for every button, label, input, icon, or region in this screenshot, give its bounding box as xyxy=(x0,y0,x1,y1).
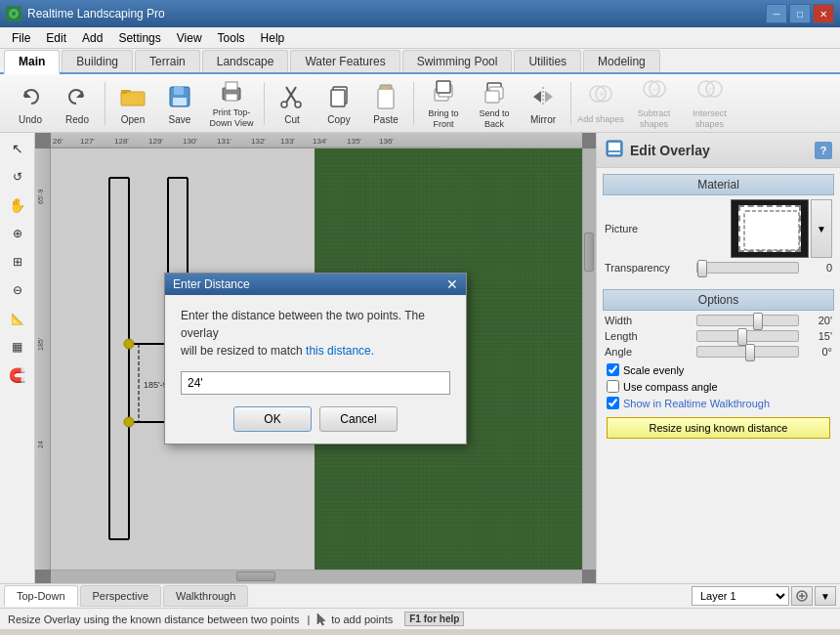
open-label: Open xyxy=(121,114,145,125)
subtract-shapes-button[interactable]: − Subtract shapes xyxy=(627,77,681,130)
width-slider[interactable] xyxy=(696,315,799,326)
layer-action-button1[interactable] xyxy=(791,586,813,606)
distance-input[interactable] xyxy=(181,371,450,395)
left-toolbar: ↖ ↺ ✋ ⊕ ⊞ ⊖ 📐 ▦ 🧲 xyxy=(0,133,35,583)
menu-edit[interactable]: Edit xyxy=(38,29,74,47)
svg-text:−: − xyxy=(652,84,658,95)
tab-main[interactable]: Main xyxy=(4,50,60,74)
pan-tool[interactable]: ✋ xyxy=(3,191,32,219)
zoom-rect-tool[interactable]: ⊞ xyxy=(3,248,32,275)
picture-preview-container[interactable] xyxy=(731,199,809,258)
tab-landscape[interactable]: Landscape xyxy=(202,50,289,72)
layer-tool[interactable]: ▦ xyxy=(3,333,32,360)
snap-tool[interactable]: 🧲 xyxy=(3,361,32,389)
angle-thumb[interactable] xyxy=(745,344,755,361)
tab-modeling[interactable]: Modeling xyxy=(583,50,660,72)
help-key-badge: F1 for help xyxy=(404,612,464,626)
layer-dropdown[interactable]: Layer 1 xyxy=(692,586,789,606)
add-shapes-button[interactable]: + Add shapes xyxy=(576,77,625,130)
menu-settings[interactable]: Settings xyxy=(110,29,168,47)
resize-known-distance-button[interactable]: Resize using known distance xyxy=(607,417,830,439)
maximize-button[interactable]: □ xyxy=(789,4,811,23)
transparency-slider[interactable] xyxy=(696,262,799,274)
length-slider[interactable] xyxy=(696,330,799,342)
angle-slider[interactable] xyxy=(696,346,799,358)
copy-button[interactable]: Copy xyxy=(316,77,361,130)
svg-rect-6 xyxy=(121,92,145,106)
mirror-icon xyxy=(527,81,559,112)
paste-label: Paste xyxy=(373,114,399,125)
material-header: Material xyxy=(603,174,834,195)
sep4 xyxy=(570,82,571,125)
menu-add[interactable]: Add xyxy=(74,29,110,47)
paste-icon xyxy=(370,81,401,112)
undo-button[interactable]: Undo xyxy=(8,77,53,130)
tab-swimming-pool[interactable]: Swimming Pool xyxy=(402,50,513,72)
intersect-shapes-button[interactable]: ∩ Intersect shapes xyxy=(683,77,736,130)
svg-rect-78 xyxy=(609,152,620,154)
add-shapes-label: Add shapes xyxy=(577,114,624,125)
close-button[interactable]: ✕ xyxy=(813,4,834,23)
menu-help[interactable]: Help xyxy=(253,29,293,47)
angle-label: Angle xyxy=(605,346,693,358)
tab-building[interactable]: Building xyxy=(62,50,133,72)
cut-button[interactable]: Cut xyxy=(270,77,315,130)
svg-marker-3 xyxy=(24,91,31,98)
cancel-button[interactable]: Cancel xyxy=(319,406,398,432)
dialog-buttons: OK Cancel xyxy=(181,406,450,432)
tab-water-features[interactable]: Water Features xyxy=(290,50,399,72)
rotate-tool[interactable]: ↺ xyxy=(3,163,32,190)
tab-utilities[interactable]: Utilities xyxy=(514,50,581,72)
dialog-close-button[interactable]: ✕ xyxy=(446,277,458,291)
show-walkthrough-row: Show in Realtime Walkthrough xyxy=(603,395,834,411)
zoom-in-tool[interactable]: ⊕ xyxy=(3,220,32,247)
svg-rect-25 xyxy=(437,81,450,93)
view-tab-topdown[interactable]: Top-Down xyxy=(4,585,78,607)
dialog-message: Enter the distance between the two point… xyxy=(181,307,450,360)
tab-terrain[interactable]: Terrain xyxy=(135,50,200,72)
picture-dropdown-button[interactable]: ▼ xyxy=(811,199,832,258)
options-section: Options Width 20' Length 15' Angle xyxy=(597,283,840,446)
ok-button[interactable]: OK xyxy=(233,406,312,432)
transparency-thumb[interactable] xyxy=(697,260,707,277)
print-button[interactable]: Print Top-Down View xyxy=(204,77,259,130)
help-button[interactable]: ? xyxy=(815,142,832,159)
toolbar: Undo Redo Open Save Print Top-Down View … xyxy=(0,74,840,133)
menu-tools[interactable]: Tools xyxy=(210,29,253,47)
paste-button[interactable]: Paste xyxy=(363,77,408,130)
canvas-area[interactable]: 26' 127' 128' 129' 130' 131' 132' 133' 1… xyxy=(35,133,596,583)
print-label: Print Top-Down View xyxy=(205,107,258,129)
view-tab-perspective[interactable]: Perspective xyxy=(80,585,161,607)
show-walkthrough-checkbox[interactable] xyxy=(607,397,619,409)
width-thumb[interactable] xyxy=(753,313,763,330)
scale-evenly-checkbox[interactable] xyxy=(607,363,619,376)
app-title: Realtime Landscaping Pro xyxy=(27,7,766,21)
status-text: Resize Overlay using the known distance … xyxy=(8,614,299,625)
save-button[interactable]: Save xyxy=(157,77,202,130)
redo-button[interactable]: Redo xyxy=(55,77,100,130)
select-tool[interactable]: ↖ xyxy=(3,135,32,162)
intersect-shapes-label: Intersect shapes xyxy=(684,108,735,130)
minimize-button[interactable]: ─ xyxy=(766,4,787,23)
svg-marker-4 xyxy=(76,91,83,98)
layer-selector: Layer 1 ▼ xyxy=(692,586,836,606)
svg-rect-28 xyxy=(485,91,499,103)
svg-text:+: + xyxy=(599,89,605,100)
send-to-back-button[interactable]: Send to Back xyxy=(470,77,519,130)
view-tab-walkthrough[interactable]: Walkthrough xyxy=(163,585,248,607)
picture-controls: ▼ xyxy=(731,199,832,258)
menu-file[interactable]: File xyxy=(4,29,38,47)
measure-tool[interactable]: 📐 xyxy=(3,305,32,332)
bring-to-front-button[interactable]: Bring to Front xyxy=(419,77,468,130)
save-icon xyxy=(164,81,195,112)
options-header: Options xyxy=(603,289,834,311)
zoom-out-tool[interactable]: ⊖ xyxy=(3,276,32,304)
svg-text:∩: ∩ xyxy=(708,84,715,95)
status-action: to add points xyxy=(314,612,393,627)
mirror-button[interactable]: Mirror xyxy=(521,77,566,130)
menu-view[interactable]: View xyxy=(169,29,210,47)
use-compass-checkbox[interactable] xyxy=(607,380,619,393)
open-button[interactable]: Open xyxy=(110,77,155,130)
layer-action-button2[interactable]: ▼ xyxy=(815,586,836,606)
width-label: Width xyxy=(605,315,693,326)
